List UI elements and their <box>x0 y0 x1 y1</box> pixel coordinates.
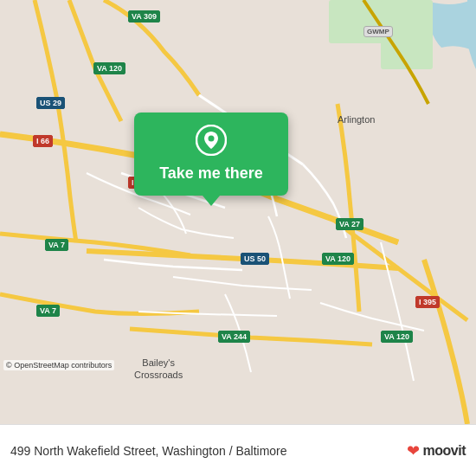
location-pin-icon <box>194 123 228 158</box>
popup[interactable]: Take me there <box>134 113 288 196</box>
popup-label: Take me there <box>159 164 263 183</box>
road-label-i395: I 395 <box>415 296 440 308</box>
road-label-i66-left: I 66 <box>33 135 53 147</box>
road-label-va27: VA 27 <box>336 218 363 230</box>
road-label-us29: US 29 <box>36 97 65 109</box>
moovit-logo: ❤ moovit <box>407 441 466 460</box>
moovit-text: moovit <box>423 443 466 459</box>
address-text: 499 North Wakefield Street, Washington /… <box>10 444 407 458</box>
road-label-us50: US 50 <box>241 253 269 265</box>
road-label-va120-bot: VA 120 <box>381 331 413 343</box>
road-label-gwmp: GWMP <box>363 26 393 37</box>
road-label-va7: VA 7 <box>45 239 68 251</box>
road-label-va120-mid: VA 120 <box>322 253 354 265</box>
osm-attribution: © OpenStreetMap contributors <box>3 360 114 370</box>
road-label-va120-top: VA 120 <box>93 62 125 74</box>
road-label-va7-2: VA 7 <box>36 305 60 317</box>
road-label-va244: VA 244 <box>218 331 250 343</box>
svg-point-4 <box>209 136 215 142</box>
bottom-bar: 499 North Wakefield Street, Washington /… <box>0 424 476 476</box>
road-label-va309: VA 309 <box>128 10 160 23</box>
moovit-pin-icon: ❤ <box>407 441 420 460</box>
map-container: VA 309 VA 120 US 29 I 66 I 66 VA 7 VA 7 … <box>0 0 476 424</box>
